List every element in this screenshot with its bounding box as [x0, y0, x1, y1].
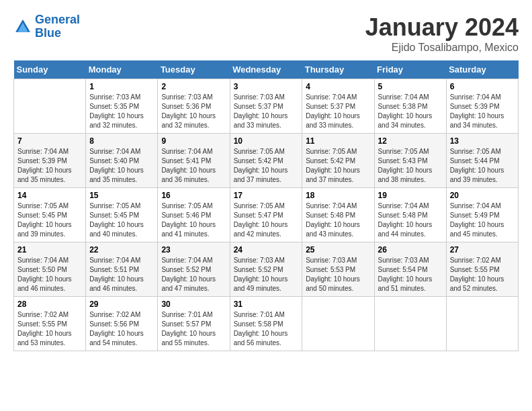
day-number: 20: [450, 191, 515, 200]
day-of-week-header: Friday: [374, 60, 446, 79]
day-number: 26: [378, 245, 443, 255]
calendar-cell: 1Sunrise: 7:03 AMSunset: 5:35 PMDaylight…: [86, 79, 158, 134]
calendar-header-row: SundayMondayTuesdayWednesdayThursdayFrid…: [14, 60, 519, 79]
day-number: 29: [89, 300, 154, 309]
day-number: 21: [17, 245, 82, 255]
day-info: Sunrise: 7:01 AMSunset: 5:57 PMDaylight:…: [161, 310, 226, 348]
calendar-cell: 26Sunrise: 7:03 AMSunset: 5:54 PMDayligh…: [374, 242, 446, 297]
day-number: 2: [161, 82, 226, 91]
calendar-cell: 9Sunrise: 7:04 AMSunset: 5:41 PMDaylight…: [158, 134, 230, 188]
day-number: 13: [450, 136, 515, 146]
day-info: Sunrise: 7:04 AMSunset: 5:40 PMDaylight:…: [89, 147, 154, 185]
calendar-cell: 29Sunrise: 7:02 AMSunset: 5:56 PMDayligh…: [86, 297, 158, 351]
location: Ejido Tosalibampo, Mexico: [365, 42, 519, 54]
day-info: Sunrise: 7:05 AMSunset: 5:43 PMDaylight:…: [378, 147, 443, 185]
calendar-cell: 20Sunrise: 7:04 AMSunset: 5:49 PMDayligh…: [446, 188, 518, 242]
calendar-cell: 4Sunrise: 7:04 AMSunset: 5:37 PMDaylight…: [302, 79, 374, 134]
calendar-cell: [302, 297, 374, 351]
day-info: Sunrise: 7:04 AMSunset: 5:39 PMDaylight:…: [17, 147, 82, 185]
calendar-cell: 17Sunrise: 7:05 AMSunset: 5:47 PMDayligh…: [230, 188, 302, 242]
day-number: 25: [306, 245, 370, 255]
day-info: Sunrise: 7:01 AMSunset: 5:58 PMDaylight:…: [234, 310, 299, 348]
day-number: 24: [234, 245, 299, 255]
day-info: Sunrise: 7:05 AMSunset: 5:45 PMDaylight:…: [17, 201, 82, 239]
calendar-cell: 28Sunrise: 7:02 AMSunset: 5:55 PMDayligh…: [14, 297, 86, 351]
day-number: 30: [161, 300, 226, 309]
calendar-cell: [374, 297, 446, 351]
day-info: Sunrise: 7:04 AMSunset: 5:48 PMDaylight:…: [378, 201, 443, 239]
calendar-cell: 22Sunrise: 7:04 AMSunset: 5:51 PMDayligh…: [86, 242, 158, 297]
calendar-cell: [446, 297, 518, 351]
day-info: Sunrise: 7:05 AMSunset: 5:42 PMDaylight:…: [306, 147, 370, 185]
day-info: Sunrise: 7:04 AMSunset: 5:41 PMDaylight:…: [161, 147, 226, 185]
day-info: Sunrise: 7:03 AMSunset: 5:54 PMDaylight:…: [378, 256, 443, 293]
calendar-cell: 23Sunrise: 7:04 AMSunset: 5:52 PMDayligh…: [158, 242, 230, 297]
day-info: Sunrise: 7:04 AMSunset: 5:38 PMDaylight:…: [378, 93, 443, 130]
day-number: 7: [17, 136, 82, 146]
day-number: 28: [17, 300, 82, 309]
calendar-cell: 27Sunrise: 7:02 AMSunset: 5:55 PMDayligh…: [446, 242, 518, 297]
day-number: 14: [17, 191, 82, 200]
title-block: January 2024 Ejido Tosalibampo, Mexico: [365, 13, 519, 54]
day-number: 16: [161, 191, 226, 200]
day-info: Sunrise: 7:05 AMSunset: 5:44 PMDaylight:…: [450, 147, 515, 185]
day-number: 10: [234, 136, 299, 146]
calendar-cell: 31Sunrise: 7:01 AMSunset: 5:58 PMDayligh…: [230, 297, 302, 351]
day-number: 31: [234, 300, 299, 309]
day-of-week-header: Tuesday: [158, 60, 230, 79]
calendar-week-row: 14Sunrise: 7:05 AMSunset: 5:45 PMDayligh…: [14, 188, 519, 242]
day-of-week-header: Saturday: [446, 60, 518, 79]
day-number: 3: [234, 82, 299, 91]
day-info: Sunrise: 7:04 AMSunset: 5:50 PMDaylight:…: [17, 256, 82, 293]
calendar-cell: 14Sunrise: 7:05 AMSunset: 5:45 PMDayligh…: [14, 188, 86, 242]
day-of-week-header: Sunday: [14, 60, 86, 79]
logo-line2: Blue: [35, 26, 61, 40]
calendar-cell: 16Sunrise: 7:05 AMSunset: 5:46 PMDayligh…: [158, 188, 230, 242]
day-number: 19: [378, 191, 443, 200]
calendar-table: SundayMondayTuesdayWednesdayThursdayFrid…: [13, 60, 519, 351]
calendar-week-row: 1Sunrise: 7:03 AMSunset: 5:35 PMDaylight…: [14, 79, 519, 134]
calendar-cell: 5Sunrise: 7:04 AMSunset: 5:38 PMDaylight…: [374, 79, 446, 134]
calendar-cell: 24Sunrise: 7:03 AMSunset: 5:52 PMDayligh…: [230, 242, 302, 297]
day-number: 9: [161, 136, 226, 146]
calendar-cell: 18Sunrise: 7:04 AMSunset: 5:48 PMDayligh…: [302, 188, 374, 242]
calendar-cell: 19Sunrise: 7:04 AMSunset: 5:48 PMDayligh…: [374, 188, 446, 242]
calendar-cell: 13Sunrise: 7:05 AMSunset: 5:44 PMDayligh…: [446, 134, 518, 188]
calendar-cell: 3Sunrise: 7:03 AMSunset: 5:37 PMDaylight…: [230, 79, 302, 134]
calendar-week-row: 7Sunrise: 7:04 AMSunset: 5:39 PMDaylight…: [14, 134, 519, 188]
day-info: Sunrise: 7:03 AMSunset: 5:36 PMDaylight:…: [161, 93, 226, 130]
day-info: Sunrise: 7:02 AMSunset: 5:55 PMDaylight:…: [17, 310, 82, 348]
calendar-cell: 8Sunrise: 7:04 AMSunset: 5:40 PMDaylight…: [86, 134, 158, 188]
day-info: Sunrise: 7:05 AMSunset: 5:42 PMDaylight:…: [234, 147, 299, 185]
day-number: 8: [89, 136, 154, 146]
day-number: 27: [450, 245, 515, 255]
day-number: 22: [89, 245, 154, 255]
day-info: Sunrise: 7:02 AMSunset: 5:56 PMDaylight:…: [89, 310, 154, 348]
day-info: Sunrise: 7:03 AMSunset: 5:37 PMDaylight:…: [234, 93, 299, 130]
day-number: 6: [450, 82, 515, 91]
logo: General Blue: [13, 13, 80, 40]
day-info: Sunrise: 7:04 AMSunset: 5:52 PMDaylight:…: [161, 256, 226, 293]
day-of-week-header: Thursday: [302, 60, 374, 79]
calendar-cell: 15Sunrise: 7:05 AMSunset: 5:45 PMDayligh…: [86, 188, 158, 242]
calendar-cell: 25Sunrise: 7:03 AMSunset: 5:53 PMDayligh…: [302, 242, 374, 297]
day-info: Sunrise: 7:02 AMSunset: 5:55 PMDaylight:…: [450, 256, 515, 293]
day-info: Sunrise: 7:04 AMSunset: 5:48 PMDaylight:…: [306, 201, 370, 239]
calendar-cell: 12Sunrise: 7:05 AMSunset: 5:43 PMDayligh…: [374, 134, 446, 188]
day-info: Sunrise: 7:04 AMSunset: 5:37 PMDaylight:…: [306, 93, 370, 130]
day-info: Sunrise: 7:03 AMSunset: 5:53 PMDaylight:…: [306, 256, 370, 293]
day-number: 23: [161, 245, 226, 255]
calendar-cell: 2Sunrise: 7:03 AMSunset: 5:36 PMDaylight…: [158, 79, 230, 134]
calendar-cell: 6Sunrise: 7:04 AMSunset: 5:39 PMDaylight…: [446, 79, 518, 134]
calendar-cell: 7Sunrise: 7:04 AMSunset: 5:39 PMDaylight…: [14, 134, 86, 188]
page-header: General Blue January 2024 Ejido Tosaliba…: [13, 13, 519, 54]
day-of-week-header: Monday: [86, 60, 158, 79]
day-info: Sunrise: 7:03 AMSunset: 5:52 PMDaylight:…: [234, 256, 299, 293]
month-title: January 2024: [365, 13, 519, 42]
day-number: 1: [89, 82, 154, 91]
day-number: 17: [234, 191, 299, 200]
logo-icon: [13, 17, 32, 36]
calendar-cell: 10Sunrise: 7:05 AMSunset: 5:42 PMDayligh…: [230, 134, 302, 188]
calendar-cell: 30Sunrise: 7:01 AMSunset: 5:57 PMDayligh…: [158, 297, 230, 351]
day-number: 11: [306, 136, 370, 146]
